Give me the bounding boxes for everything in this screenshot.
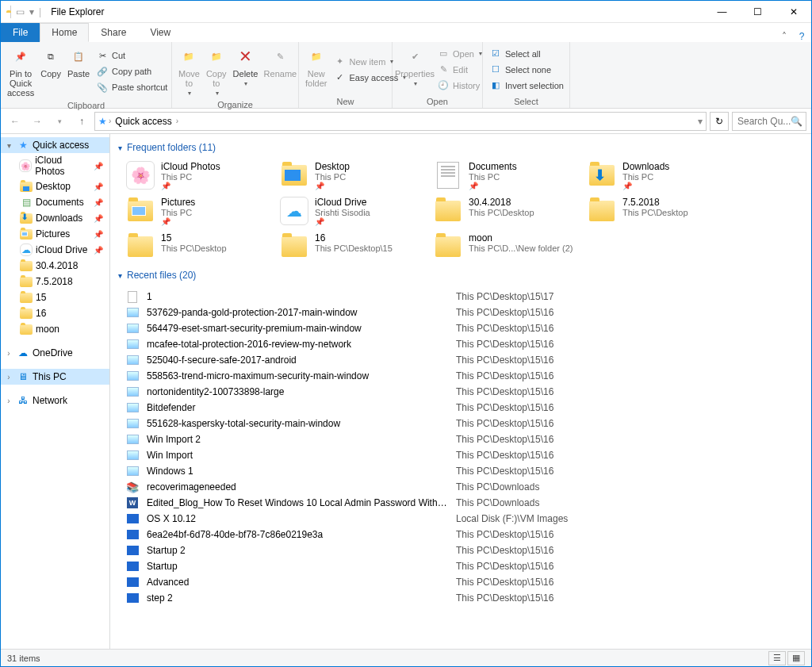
addr-dropdown-button[interactable]: ▾ — [698, 116, 703, 127]
expand-icon[interactable]: ▾ — [4, 141, 13, 150]
nav-item-documents[interactable]: ▤Documents📌 — [1, 194, 109, 210]
recent-file-row[interactable]: Startup This PC\Desktop\15\16 — [126, 558, 795, 574]
folder-item[interactable]: Desktop This PC 📌 — [280, 161, 431, 190]
recent-file-row[interactable]: 558563-trend-micro-maximum-security-main… — [126, 368, 795, 384]
folder-item[interactable]: 16 This PC\Desktop\15 — [280, 232, 431, 262]
nav-item-moon[interactable]: moon — [1, 321, 109, 337]
nav-item-downloads[interactable]: ⬇Downloads📌 — [1, 210, 109, 226]
file-name: 551628-kaspersky-total-security-main-win… — [147, 418, 448, 429]
forward-button[interactable]: → — [28, 112, 47, 131]
recent-file-row[interactable]: Advanced This PC\Desktop\15\16 — [126, 574, 795, 590]
select-none-button[interactable]: ☐Select none — [486, 63, 567, 77]
file-icon — [126, 465, 139, 477]
maximize-button[interactable]: ☐ — [740, 1, 776, 23]
nav-network[interactable]: ›🖧Network — [1, 393, 109, 408]
nav-quick-access[interactable]: ▾ ★ Quick access — [1, 137, 109, 153]
recent-file-row[interactable]: 564479-eset-smart-security-premium-main-… — [126, 320, 795, 336]
recent-file-row[interactable]: OS X 10.12 Local Disk (F:)\VM Images — [126, 511, 795, 527]
folder-item[interactable]: moon This PC\D...\New folder (2) — [434, 232, 584, 262]
nav-item-pictures[interactable]: Pictures📌 — [1, 226, 109, 242]
search-box[interactable]: 🔍 — [732, 112, 806, 131]
folder-item[interactable]: Pictures This PC 📌 — [126, 197, 277, 226]
recent-file-row[interactable]: 551628-kaspersky-total-security-main-win… — [126, 416, 795, 431]
tab-view[interactable]: View — [138, 23, 182, 42]
recent-file-row[interactable]: 537629-panda-gold-protection-2017-main-w… — [126, 305, 795, 320]
paste-shortcut-button[interactable]: 📎Paste shortcut — [93, 80, 170, 94]
folder-item[interactable]: ⬇ Downloads This PC 📌 — [588, 161, 738, 190]
edit-button[interactable]: ✎Edit — [434, 63, 485, 77]
file-path: This PC\Desktop\15\16 — [456, 339, 553, 350]
tab-share[interactable]: Share — [89, 23, 138, 42]
copy-to-button[interactable]: 📁Copy to▾ — [203, 44, 230, 98]
nav-item-7-5-2018[interactable]: 7.5.2018 — [1, 274, 109, 289]
tab-home[interactable]: Home — [40, 23, 89, 42]
crumb-sep[interactable]: › — [109, 117, 111, 125]
open-button[interactable]: ▭Open▾ — [434, 47, 485, 61]
back-button[interactable]: ← — [6, 112, 25, 131]
recent-file-row[interactable]: step 2 This PC\Desktop\15\16 — [126, 590, 795, 606]
address-bar[interactable]: ★ › Quick access › ▾ — [94, 112, 707, 131]
select-all-button[interactable]: ☑Select all — [486, 47, 567, 61]
folder-item[interactable]: 7.5.2018 This PC\Desktop — [588, 197, 738, 226]
qat-new-icon[interactable]: ▭ — [16, 6, 25, 17]
recent-file-row[interactable]: 525040-f-secure-safe-2017-android This P… — [126, 352, 795, 368]
recent-file-row[interactable]: nortonidentity2-100733898-large This PC\… — [126, 384, 795, 400]
invert-selection-button[interactable]: ◧Invert selection — [486, 79, 567, 93]
help-button[interactable]: ? — [792, 31, 811, 42]
recent-file-row[interactable]: Startup 2 This PC\Desktop\15\16 — [126, 542, 795, 558]
delete-button[interactable]: ✕Delete▾ — [230, 44, 262, 98]
copy-path-button[interactable]: 🔗Copy path — [93, 64, 170, 79]
folder-location: This PC — [469, 172, 517, 182]
thumbnails-view-button[interactable]: ▦ — [787, 651, 805, 665]
recent-file-row[interactable]: Win Import This PC\Desktop\15\16 — [126, 447, 795, 463]
recent-file-row[interactable]: 📚 recoverimageneeded This PC\Downloads — [126, 479, 795, 495]
move-to-button[interactable]: 📁Move to▾ — [175, 44, 203, 98]
nav-this-pc[interactable]: ›🖥This PC — [1, 369, 109, 385]
recent-file-row[interactable]: Win Import 2 This PC\Desktop\15\16 — [126, 431, 795, 447]
properties-button[interactable]: ✔Properties▾ — [396, 44, 434, 95]
nav-item-30-4-2018[interactable]: 30.4.2018 — [1, 258, 109, 274]
recent-file-row[interactable]: 6ea2e4bf-6d78-40de-bf78-7c86e0219e3a Thi… — [126, 527, 795, 542]
nav-item-15[interactable]: 15 — [1, 289, 109, 305]
folder-item[interactable]: ☁ iCloud Drive Srishti Sisodia 📌 — [280, 197, 431, 226]
folder-item[interactable]: 15 This PC\Desktop — [126, 232, 277, 262]
nav-item-icloud-drive[interactable]: ☁iCloud Drive📌 — [1, 242, 109, 258]
recent-file-row[interactable]: 1 This PC\Desktop\15\17 — [126, 289, 795, 305]
folder-icon — [20, 307, 33, 320]
paste-button[interactable]: 📋Paste — [64, 44, 93, 99]
folder-item[interactable]: 🌸 iCloud Photos This PC 📌 — [126, 161, 277, 190]
ribbon-collapse-button[interactable]: ˄ — [776, 31, 792, 42]
group-select-label: Select — [483, 97, 569, 108]
folder-item[interactable]: Documents This PC 📌 — [434, 161, 584, 190]
recent-file-row[interactable]: mcafee-total-protection-2016-review-my-n… — [126, 336, 795, 352]
breadcrumb-root[interactable]: Quick access — [113, 116, 174, 127]
cut-button[interactable]: ✂Cut — [93, 48, 170, 63]
history-button[interactable]: 🕘History — [434, 79, 485, 93]
folder-location: This PC — [161, 172, 220, 182]
close-button[interactable]: ✕ — [776, 1, 811, 23]
nav-item-icloud-photos[interactable]: 🌸iCloud Photos📌 — [1, 153, 109, 178]
minimize-button[interactable]: — — [704, 1, 740, 23]
new-folder-button[interactable]: 📁New folder — [302, 44, 331, 95]
nav-item-desktop[interactable]: Desktop📌 — [1, 178, 109, 194]
nav-onedrive[interactable]: ›☁OneDrive — [1, 345, 109, 361]
pin-quick-access-button[interactable]: 📌Pin to Quick access — [4, 44, 37, 99]
folder-item[interactable]: 30.4.2018 This PC\Desktop — [434, 197, 584, 226]
qat-properties-icon[interactable]: ▾ — [29, 6, 34, 17]
recent-locations-button[interactable]: ▾ — [50, 112, 69, 131]
recent-file-row[interactable]: Bitdefender This PC\Desktop\15\16 — [126, 400, 795, 416]
tab-file[interactable]: File — [1, 23, 40, 42]
refresh-button[interactable]: ↻ — [710, 112, 729, 131]
recent-file-row[interactable]: W Edited_Blog_How To Reset Windows 10 Lo… — [126, 495, 795, 511]
recent-files-header[interactable]: ▾ Recent files (20) — [110, 265, 811, 286]
qat-separator-2: | — [39, 6, 41, 17]
file-name: 6ea2e4bf-6d78-40de-bf78-7c86e0219e3a — [147, 529, 448, 540]
frequent-folders-header[interactable]: ▾ Frequent folders (11) — [110, 137, 811, 158]
up-button[interactable]: ↑ — [72, 112, 91, 131]
details-view-button[interactable]: ☰ — [768, 651, 786, 665]
crumb-sep-2[interactable]: › — [176, 117, 178, 125]
recent-file-row[interactable]: Windows 1 This PC\Desktop\15\16 — [126, 463, 795, 479]
rename-button[interactable]: ✎Rename — [261, 44, 299, 98]
copy-button[interactable]: ⧉Copy — [37, 44, 64, 99]
nav-item-16[interactable]: 16 — [1, 305, 109, 321]
